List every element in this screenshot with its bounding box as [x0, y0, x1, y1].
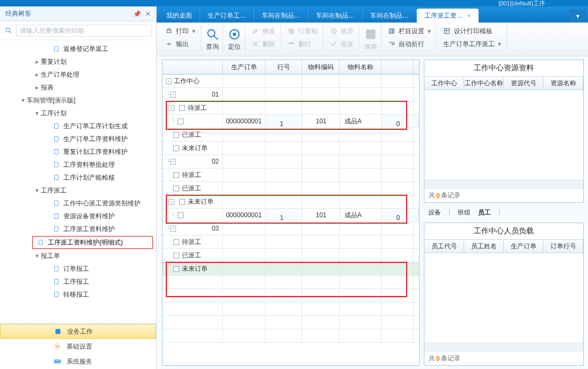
- modify-button[interactable]: 修改: [249, 25, 277, 38]
- wrap-button[interactable]: 自动折行: [386, 38, 433, 50]
- locate-button[interactable]: 定位: [224, 25, 245, 54]
- close-icon[interactable]: ✕: [145, 10, 151, 18]
- grid-group-row[interactable]: └−01: [163, 88, 419, 101]
- pin-icon[interactable]: 📌: [133, 10, 141, 18]
- search-input[interactable]: [16, 25, 152, 36]
- panel-header-cell[interactable]: 员工姓名: [464, 240, 504, 253]
- nav-node[interactable]: ▾工序计划: [0, 107, 156, 120]
- seg-tab-staff[interactable]: 员工: [478, 208, 491, 217]
- grid-header-cell[interactable]: 物料名称: [340, 60, 381, 74]
- nav-node[interactable]: ▾报工单: [0, 249, 156, 262]
- panel-header-cell[interactable]: 工作中心名称: [464, 77, 504, 90]
- checkbox[interactable]: [173, 132, 179, 138]
- nav-node[interactable]: 转移报工: [0, 288, 156, 301]
- seg-tab-team[interactable]: 班组: [458, 208, 471, 217]
- nav-node[interactable]: ▾工序派工: [0, 184, 156, 197]
- grid-header-cell[interactable]: 生产订单: [223, 60, 266, 74]
- checkbox[interactable]: [179, 199, 185, 205]
- nav-node[interactable]: 工序派工资料维护: [0, 223, 156, 235]
- grid-header-cell[interactable]: 物料编码: [302, 60, 340, 74]
- nav-node[interactable]: 工序报工: [0, 275, 156, 288]
- grid-data-row[interactable]: └00000000011101成品A0: [163, 209, 419, 222]
- tab[interactable]: 生产订单工…: [200, 9, 254, 23]
- grid-body[interactable]: −工作中心 └−01 −待派工 └00000000011101成品A0 已派工 …: [163, 75, 419, 365]
- checkbox[interactable]: [173, 172, 179, 178]
- nav-node-selected[interactable]: 工序派工资料维护(明细式): [32, 236, 153, 249]
- tab[interactable]: 车间在制品…: [254, 9, 308, 23]
- grid-group-row[interactable]: 待派工: [163, 235, 419, 249]
- minus-icon[interactable]: −: [168, 199, 174, 205]
- checkbox[interactable]: [173, 266, 179, 272]
- panel-header-cell[interactable]: 员工代号: [424, 240, 464, 253]
- nav-node[interactable]: 订单报工: [0, 262, 156, 275]
- grid-data-row[interactable]: └00000000011101成品A0: [163, 115, 419, 128]
- grid-group-row[interactable]: 已派工: [163, 128, 419, 142]
- grid-header-cell[interactable]: [381, 60, 414, 74]
- grid-group-row[interactable]: └−02: [163, 155, 419, 168]
- expand-icon[interactable]: ▸: [33, 84, 41, 91]
- minus-icon[interactable]: −: [170, 159, 176, 165]
- row-delete-button[interactable]: 删行: [285, 38, 320, 50]
- grid-group-row[interactable]: 已派工: [163, 182, 419, 195]
- checkbox[interactable]: [179, 105, 185, 111]
- collapse-icon[interactable]: ▾: [33, 252, 41, 260]
- panel-scrollbar[interactable]: [424, 343, 583, 351]
- grid-group-row[interactable]: −工作中心: [163, 75, 419, 88]
- minus-icon[interactable]: −: [166, 78, 172, 84]
- footer-tab-biz[interactable]: 业务工作: [0, 324, 156, 339]
- abandon-button[interactable]: 放弃: [328, 25, 356, 38]
- save-button[interactable]: 保存: [361, 25, 381, 54]
- panel-header-cell[interactable]: 资源代号: [504, 77, 543, 90]
- checkbox[interactable]: [178, 119, 183, 124]
- panel-scrollbar[interactable]: [424, 180, 583, 188]
- panel-header-cell[interactable]: 资源名称: [543, 77, 583, 90]
- column-settings-button[interactable]: 栏目设置▾: [386, 25, 433, 38]
- grid-group-row[interactable]: 已派工: [163, 249, 419, 262]
- grid-group-row-selected[interactable]: 未来订单: [163, 262, 419, 276]
- nav-node[interactable]: 重复计划工序资料维护: [0, 145, 156, 158]
- panel-header-cell[interactable]: 订单行号: [543, 240, 583, 253]
- row-copy-button[interactable]: 行复制: [285, 25, 320, 38]
- collapse-icon[interactable]: ▾: [33, 187, 41, 194]
- approve-button[interactable]: 批改: [328, 38, 356, 50]
- grid-group-row[interactable]: −待派工: [163, 101, 419, 115]
- minus-icon[interactable]: −: [170, 92, 176, 98]
- expand-icon[interactable]: ▸: [33, 71, 41, 78]
- nav-node[interactable]: 生产订单工序计划生成: [0, 120, 156, 132]
- seg-tab-device[interactable]: 设备: [428, 208, 441, 217]
- panel-header-cell[interactable]: 工作中心: [424, 77, 464, 90]
- collapse-icon[interactable]: ▾: [33, 109, 41, 117]
- nav-node[interactable]: 工序计划产能检核: [0, 171, 156, 184]
- tabs-overflow-button[interactable]: ▾: [570, 10, 586, 23]
- checkbox[interactable]: [173, 186, 179, 191]
- nav-node[interactable]: ▸重复计划: [0, 55, 156, 68]
- nav-node[interactable]: 工序资料整批处理: [0, 158, 156, 171]
- grid-group-row[interactable]: 未来订单: [163, 142, 419, 155]
- design-template-button[interactable]: 设计打印模板: [441, 25, 503, 38]
- checkbox[interactable]: [178, 212, 183, 218]
- grid-group-row[interactable]: 待派工: [163, 168, 419, 182]
- grid-group-row[interactable]: −未来订单: [163, 195, 419, 209]
- tab-close-icon[interactable]: ×: [467, 12, 471, 19]
- nav-node[interactable]: 生产订单工序资料维护: [0, 132, 156, 145]
- nav-node[interactable]: 资源设备资料维护: [0, 210, 156, 223]
- export-button[interactable]: 输出: [163, 38, 197, 50]
- query-button[interactable]: 查询: [202, 25, 223, 54]
- checkbox[interactable]: [173, 239, 179, 245]
- delete-button[interactable]: 删除: [249, 38, 277, 50]
- panel-header-cell[interactable]: 生产订单: [504, 240, 543, 253]
- grid-header-cell[interactable]: 行号: [266, 60, 302, 74]
- nav-node[interactable]: 返修登记单返工: [0, 42, 156, 55]
- minus-icon[interactable]: −: [170, 226, 176, 232]
- expand-icon[interactable]: ▸: [33, 58, 41, 65]
- tab-active[interactable]: 工序派工资…×: [417, 9, 479, 23]
- checkbox[interactable]: [173, 253, 179, 259]
- tab-desktop[interactable]: 我的桌面: [159, 9, 200, 23]
- minus-icon[interactable]: −: [168, 105, 174, 111]
- footer-tab-basic[interactable]: 基础设置: [0, 339, 156, 354]
- nav-node[interactable]: ▸生产订单处理: [0, 68, 156, 81]
- checkbox[interactable]: [173, 145, 179, 151]
- footer-tab-sys[interactable]: 系统服务: [0, 354, 156, 369]
- tab[interactable]: 车间在制品…: [363, 9, 417, 23]
- collapse-icon[interactable]: ▾: [19, 97, 27, 104]
